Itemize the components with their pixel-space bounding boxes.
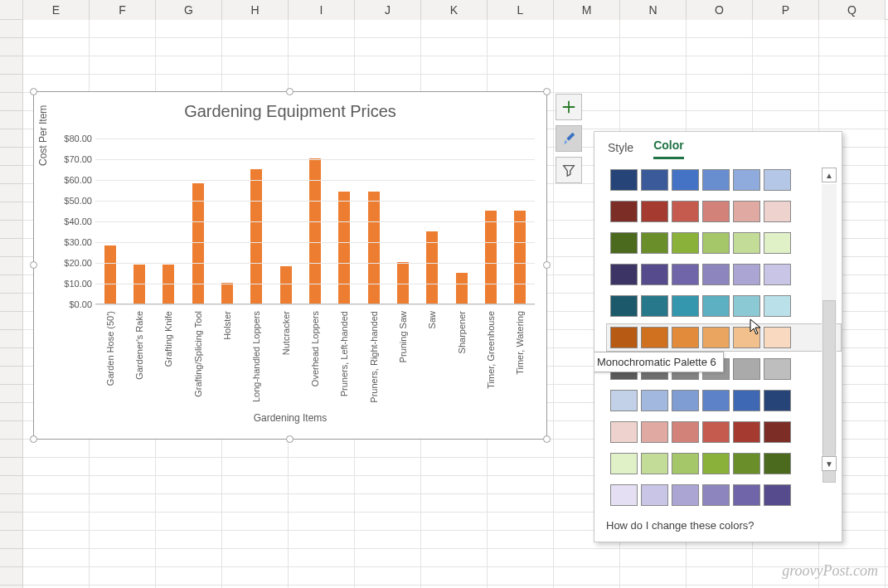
row-header[interactable] [0,20,23,38]
row-header[interactable] [0,367,23,385]
column-header[interactable]: F [90,0,156,20]
bar[interactable] [397,262,409,304]
column-header[interactable]: Q [819,0,886,20]
scrollbar[interactable]: ▲ ▼ [822,168,837,471]
column-header[interactable]: O [687,0,753,20]
resize-handle[interactable] [543,88,551,95]
palette-row[interactable] [606,481,842,509]
chart-object[interactable]: Gardening Equipment Prices Cost Per Item… [33,91,547,440]
palette-row[interactable] [606,229,842,257]
palette-row[interactable] [606,386,842,415]
palette-row[interactable] [606,260,842,289]
x-axis-label[interactable]: Gardening Items [34,412,546,424]
palette-row[interactable] [606,292,842,320]
row-header[interactable] [0,166,23,184]
chart-filter-button[interactable] [556,157,582,183]
row-header[interactable] [0,458,23,476]
chart-styles-button[interactable] [556,125,582,152]
row-header[interactable] [0,494,23,513]
color-swatch [733,295,760,317]
row-header[interactable] [0,531,23,549]
palette-row[interactable] [606,197,842,226]
bar[interactable] [456,273,468,304]
row-header[interactable] [0,549,23,567]
palette-row[interactable] [606,450,842,478]
resize-handle[interactable] [286,435,294,443]
color-swatch [610,484,638,506]
resize-handle[interactable] [30,88,37,95]
category-label: Saw [427,311,437,328]
row-header[interactable] [0,38,23,56]
row-header[interactable] [0,567,23,586]
chart-title[interactable]: Gardening Equipment Prices [34,102,546,121]
column-header[interactable]: E [23,0,90,20]
column-header[interactable]: N [620,0,687,20]
resize-handle[interactable] [543,261,551,269]
row-header[interactable] [0,513,23,531]
help-link[interactable]: How do I change these colors? [594,509,842,542]
row-header[interactable] [0,239,23,257]
bar[interactable] [368,192,380,304]
row-header[interactable] [0,421,23,440]
row-header[interactable] [0,111,23,129]
gridline [95,201,535,202]
bar[interactable] [338,192,350,304]
select-all-corner[interactable] [0,0,23,19]
resize-handle[interactable] [543,435,551,443]
gridline [95,138,535,139]
bar[interactable] [104,245,116,304]
column-header[interactable]: L [488,0,554,20]
color-swatch [764,201,791,222]
column-header[interactable]: J [355,0,421,20]
row-header[interactable] [0,221,23,239]
row-header[interactable] [0,257,23,275]
row-header[interactable] [0,184,23,202]
resize-handle[interactable] [30,435,37,443]
category-label: Overhead Loppers [310,311,320,386]
palette-row[interactable] [606,418,842,446]
column-header[interactable]: I [289,0,355,20]
scroll-down-button[interactable]: ▼ [822,456,837,471]
row-header[interactable] [0,148,23,166]
resize-handle[interactable] [286,88,294,95]
column-header[interactable]: M [554,0,620,20]
color-swatch [641,327,668,348]
column-header[interactable]: G [156,0,222,20]
row-header[interactable] [0,440,23,458]
row-header[interactable] [0,56,23,75]
column-header[interactable]: K [421,0,488,20]
row-header[interactable] [0,403,23,421]
row-header[interactable] [0,294,23,312]
color-swatch [641,169,668,191]
bar[interactable] [514,211,526,304]
category-label: Gardener's Rake [134,311,144,380]
y-axis-label[interactable]: Cost Per Item [37,105,49,166]
column-header[interactable]: P [753,0,819,20]
scroll-track[interactable] [822,184,837,454]
resize-handle[interactable] [30,261,37,269]
tab-style[interactable]: Style [608,141,633,159]
scroll-thumb[interactable] [822,300,836,483]
row-header[interactable] [0,93,23,111]
y-tick-label: $80.00 [52,134,92,143]
filter-icon [561,163,576,177]
palette-row[interactable] [606,166,842,194]
row-header[interactable] [0,348,23,367]
row-header[interactable] [0,385,23,403]
bar[interactable] [485,211,497,304]
row-header[interactable] [0,476,23,494]
chart-elements-button[interactable] [556,94,582,120]
scroll-up-button[interactable]: ▲ [822,168,837,182]
row-header[interactable] [0,330,23,348]
row-header[interactable] [0,75,23,93]
tab-color[interactable]: Color [653,138,684,159]
plot-area[interactable]: Garden Hose (50')Gardener's RakeGrafting… [95,138,535,304]
bar[interactable] [280,266,292,304]
row-header[interactable] [0,275,23,294]
palette-row[interactable] [606,323,842,352]
row-header[interactable] [0,312,23,330]
bar[interactable] [221,283,233,304]
row-header[interactable] [0,129,23,148]
row-header[interactable] [0,202,23,221]
column-header[interactable]: H [222,0,289,20]
